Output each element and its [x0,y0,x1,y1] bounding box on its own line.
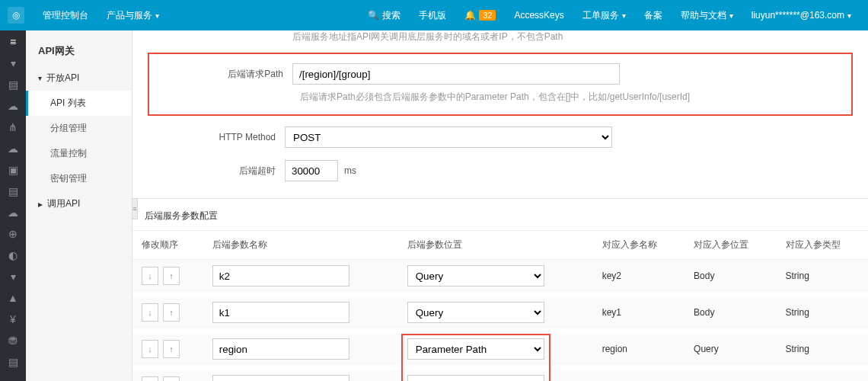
rail-icon-9[interactable]: ⊕ [6,227,20,241]
in-param-position: Body [685,367,776,381]
sidebar: API网关 ▾ 开放API API 列表 分组管理 流量控制 密钥管理 ▸ 调用… [26,30,132,381]
backend-param-position-select[interactable]: QueryParameter PathBodyHeader [407,375,544,381]
support-label: 工单服务 [582,9,619,22]
in-param-type: String [777,367,868,381]
move-down-button[interactable]: ↓ [142,303,158,322]
rail-icon-6[interactable]: ▣ [6,163,20,177]
http-method-label: HTTP Method [148,132,285,142]
move-down-button[interactable]: ↓ [142,340,158,358]
in-param-name: region [593,331,685,367]
help-label: 帮助与文档 [681,9,726,22]
backend-param-position-select[interactable]: QueryParameter PathBodyHeader [407,265,544,287]
table-row: ↓↑QueryParameter PathBodyHeadergroupBody… [132,367,868,381]
in-param-position: Query [685,331,776,367]
rail-icon-4[interactable]: ⋔ [6,120,20,134]
sidebar-group2-label: 调用API [47,197,80,210]
in-param-position: Body [685,260,776,295]
in-param-name: key1 [593,294,685,331]
backend-param-name-input[interactable] [212,302,349,323]
params-table: 修改顺序 后端参数名称 后端参数位置 对应入参名称 对应入参位置 对应入参类型 … [132,231,868,381]
chevron-down-icon: ▾ [847,11,851,20]
move-up-button[interactable]: ↑ [163,303,180,322]
sidebar-item-api-list[interactable]: API 列表 [26,91,132,116]
sidebar-collapse-handle[interactable]: ≡ [132,198,138,219]
move-up-button[interactable]: ↑ [163,340,180,358]
sidebar-item-keys[interactable]: 密钥管理 [26,166,132,191]
rail-icon-12[interactable]: ▲ [6,291,20,305]
in-param-type: String [777,331,868,367]
in-param-type: String [777,260,868,295]
rail-icon-15[interactable]: ▤ [6,355,20,369]
triangle-down-icon: ▾ [38,74,42,82]
accesskeys-link[interactable]: AccessKeys [505,0,573,30]
notifications[interactable]: 🔔 32 [455,0,505,30]
backend-path-input[interactable] [292,63,620,85]
params-header-row: 修改顺序 后端参数名称 后端参数位置 对应入参名称 对应入参位置 对应入参类型 [132,231,868,260]
help-menu[interactable]: 帮助与文档 ▾ [672,0,742,30]
support-menu[interactable]: 工单服务 ▾ [573,0,635,30]
user-label: liuyun*******@163.com [752,10,844,21]
bell-icon: 🔔 [464,10,476,21]
in-param-type: String [777,294,868,331]
in-param-name: key2 [593,260,685,295]
main-content: 后端服务地址指API网关调用底层服务时的域名或者IP，不包含Path 后端请求P… [132,30,868,381]
sidebar-title: API网关 [26,40,132,66]
console-link[interactable]: 管理控制台 [34,0,97,30]
sidebar-group-label: 开放API [46,72,79,85]
section-header: 后端服务参数配置 [132,199,868,231]
help-backend-addr: 后端服务地址指API网关调用底层服务时的域名或者IP，不包含Path [292,30,853,50]
products-label: 产品与服务 [107,9,152,22]
notif-badge: 32 [479,10,496,21]
backend-param-name-input[interactable] [212,338,349,360]
backend-param-position-select[interactable]: QueryParameter PathBodyHeader [407,338,544,360]
timeout-input[interactable] [285,160,338,181]
triangle-right-icon: ▸ [38,199,43,210]
backend-path-label: 后端请求Path [155,68,292,81]
rail-icon-8[interactable]: ☁ [6,206,20,219]
timeout-label: 后端超时 [148,165,285,178]
col-in-pos: 对应入参位置 [685,231,776,260]
help-backend-path: 后端请求Path必须包含后端服务参数中的Parameter Path，包含在[]… [300,91,845,110]
sidebar-item-group-mgmt[interactable]: 分组管理 [26,116,132,141]
http-method-select[interactable]: POST [285,126,612,148]
rail-icon-5[interactable]: ☁ [6,142,20,155]
col-order: 修改顺序 [132,231,203,260]
move-up-button[interactable]: ↑ [163,376,180,381]
backend-param-name-input[interactable] [212,375,349,381]
col-in-name: 对应入参名称 [593,231,685,260]
highlight-box-path: 后端请求Path 后端请求Path必须包含后端服务参数中的Parameter P… [148,53,853,116]
rail-icon-3[interactable]: ☁ [6,99,20,113]
search-link[interactable]: 🔍 搜索 [359,0,410,30]
in-param-name: group [593,367,685,381]
rail-icon-menu[interactable]: ≡ [6,35,20,49]
move-up-button[interactable]: ↑ [163,267,180,285]
sidebar-group-open-api[interactable]: ▾ 开放API [26,66,132,91]
logo-icon: ◎ [8,7,24,24]
topbar: ◎ 管理控制台 产品与服务 ▾ 🔍 搜索 手机版 🔔 32 AccessKeys… [0,0,868,30]
rail-icon-2[interactable]: ▤ [6,78,20,91]
backend-param-position-select[interactable]: QueryParameter PathBodyHeader [407,302,544,323]
products-menu[interactable]: 产品与服务 ▾ [97,0,168,30]
backend-param-name-input[interactable] [212,265,349,287]
table-row: ↓↑QueryParameter PathBodyHeaderregionQue… [132,331,868,367]
move-down-button[interactable]: ↓ [142,376,158,381]
rail-icon-1[interactable]: ▾ [6,56,20,70]
rail-icon-11[interactable]: ▾ [6,270,20,283]
timeout-unit: ms [344,165,356,176]
rail-icon-7[interactable]: ▤ [6,184,20,198]
col-position: 后端参数位置 [398,231,593,260]
table-row: ↓↑QueryParameter PathBodyHeaderkey1BodyS… [132,294,868,331]
search-icon: 🔍 [368,10,379,21]
chevron-down-icon: ▾ [155,11,159,20]
rail-icon-14[interactable]: ⛃ [6,334,20,347]
table-row: ↓↑QueryParameter PathBodyHeaderkey2BodyS… [132,260,868,295]
user-menu[interactable]: liuyun*******@163.com ▾ [742,0,860,30]
rail-icon-10[interactable]: ◐ [6,248,20,262]
beian-link[interactable]: 备案 [635,0,672,30]
rail-icon-13[interactable]: ¥ [6,312,20,326]
sidebar-group-call-api[interactable]: ▸ 调用API [26,191,132,216]
sidebar-item-traffic[interactable]: 流量控制 [26,141,132,166]
col-in-type: 对应入参类型 [777,231,868,260]
mobile-link[interactable]: 手机版 [410,0,455,30]
move-down-button[interactable]: ↓ [142,267,158,285]
